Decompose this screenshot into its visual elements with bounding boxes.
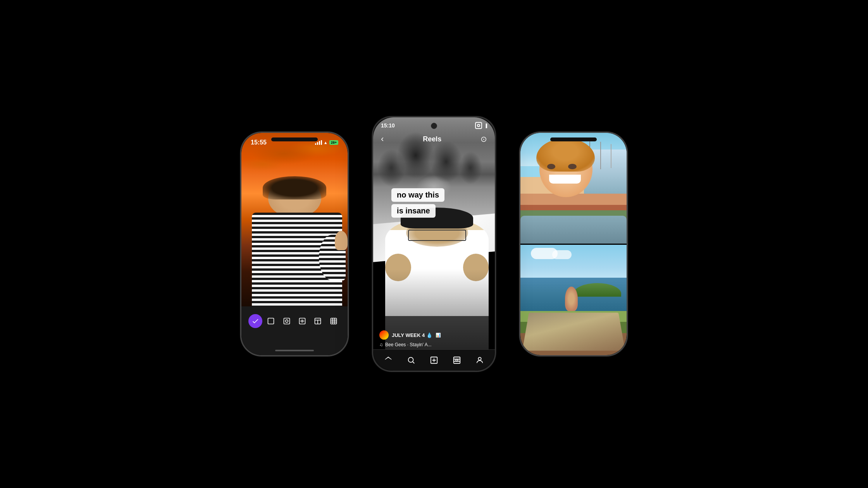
wifi-icon: ▲ (324, 140, 328, 145)
creator-name: JULY WEEK 4 💧 (392, 332, 432, 338)
song-info: ♫ Bee Gees · Stayin' A... (379, 342, 489, 347)
creator-avatar (379, 330, 389, 340)
filter-icon (298, 317, 306, 325)
reels-icon (453, 356, 461, 364)
filter-button[interactable] (295, 314, 309, 328)
search-icon (407, 356, 415, 364)
center-bottom-info: JULY WEEK 4 💧 📊 ♫ Bee Gees · Stayin' A..… (373, 330, 495, 347)
caption-line-2: is insane (391, 204, 436, 218)
grid-button[interactable] (327, 314, 341, 328)
layout-button[interactable] (311, 314, 325, 328)
check-icon (251, 317, 259, 325)
smile-teeth (549, 175, 581, 184)
svg-rect-0 (268, 318, 274, 324)
cloud-2 (552, 250, 571, 259)
nav-home[interactable] (380, 352, 397, 369)
caption-overlay: no way this is insane (391, 188, 477, 218)
nav-add[interactable] (425, 352, 443, 369)
right-photos-view (520, 133, 627, 355)
svg-point-24 (478, 357, 481, 360)
svg-point-15 (408, 357, 413, 363)
shoulders (520, 216, 627, 243)
right-phone (519, 132, 628, 356)
svg-rect-20 (454, 357, 460, 364)
back-button[interactable]: ‹ (381, 134, 384, 144)
phones-container: 15:55 ▲ 28+ (240, 116, 628, 372)
nav-reels[interactable] (448, 352, 465, 369)
mast-3 (611, 144, 611, 168)
creator-stats: 📊 (436, 333, 441, 338)
person-content (241, 176, 348, 306)
left-status-time: 15:55 (251, 139, 267, 146)
profile-icon (475, 356, 484, 364)
reels-header: ‹ Reels ⊙ (373, 131, 495, 147)
dock-platform (522, 313, 625, 351)
check-button[interactable] (248, 314, 262, 328)
left-video-content (241, 133, 348, 306)
center-status-icons: ▐ (475, 122, 487, 129)
center-nav-bar (373, 349, 495, 371)
caption-line-1: no way this (391, 188, 444, 202)
right-phone-screen (520, 133, 627, 355)
left-status-icons: ▲ 28+ (315, 140, 338, 145)
add-icon (430, 356, 438, 364)
left-toolbar (241, 306, 348, 355)
svg-point-2 (285, 320, 288, 322)
left-phone-screen: 15:55 ▲ 28+ (241, 133, 348, 355)
photo-button[interactable] (280, 314, 294, 328)
glasses-shape (408, 230, 466, 241)
battery-center-icon: ▐ (484, 124, 487, 128)
layout-icon (314, 317, 322, 325)
left-phone: 15:55 ▲ 28+ (240, 132, 349, 356)
mast-2 (600, 142, 601, 169)
thumb-shape (335, 231, 348, 250)
nav-profile[interactable] (471, 352, 488, 369)
svg-rect-1 (284, 318, 289, 324)
top-photo (520, 133, 627, 244)
song-text: Bee Gees · Stayin' A... (385, 342, 432, 347)
svg-rect-10 (331, 318, 336, 324)
jumping-person (565, 287, 578, 311)
svg-line-16 (413, 362, 414, 363)
center-phone: 15:10 ▐ ‹ Reels ⊙ (372, 116, 496, 372)
left-phone-notch (271, 137, 318, 141)
home-indicator (275, 350, 314, 351)
app-icon (475, 122, 482, 129)
center-status-time: 15:10 (381, 122, 395, 129)
square-button[interactable] (264, 314, 278, 328)
center-status-bar: 15:10 ▐ (373, 122, 495, 129)
battery-indicator: 28+ (329, 140, 338, 145)
square-icon (267, 317, 275, 325)
reels-title: Reels (423, 135, 441, 143)
hair-shape (263, 176, 326, 199)
grid-icon (330, 317, 338, 325)
creator-info: JULY WEEK 4 💧 📊 (379, 330, 489, 340)
home-icon (384, 356, 393, 364)
toolbar-icons (248, 314, 341, 328)
camera-button[interactable]: ⊙ (480, 134, 487, 144)
center-phone-screen: 15:10 ▐ ‹ Reels ⊙ (373, 117, 495, 371)
photo-icon (283, 317, 291, 325)
right-phone-notch (550, 137, 597, 141)
nav-search[interactable] (403, 352, 420, 369)
bottom-photo (520, 245, 627, 356)
music-note-icon: ♫ (379, 342, 383, 347)
